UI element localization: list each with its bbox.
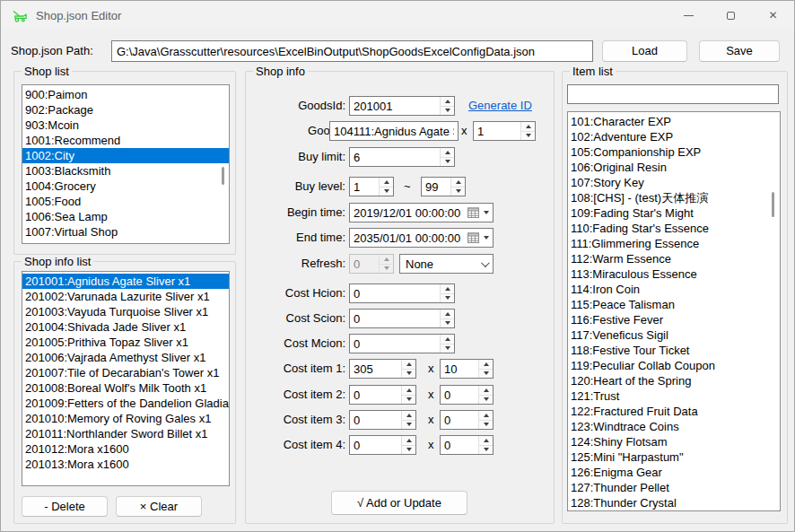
list-item[interactable]: 124:Shiny Flotsam — [568, 434, 780, 449]
cost-item-2-id-spinner[interactable] — [349, 385, 416, 405]
cost-item-1-id-spinner[interactable] — [349, 359, 416, 379]
list-item[interactable]: 900:Paimon — [22, 87, 229, 102]
cost-mcion-input[interactable] — [350, 335, 440, 353]
spin-up-button[interactable] — [451, 178, 465, 187]
generate-id-link[interactable]: Generate ID — [468, 96, 532, 116]
spin-up-button[interactable] — [521, 122, 535, 131]
list-item[interactable]: 127:Thunder Pellet — [568, 480, 780, 495]
cost-item-3-qty-spinner[interactable] — [440, 410, 494, 430]
cost-item-2-qty-spinner[interactable] — [440, 385, 494, 405]
spin-down-button[interactable] — [402, 369, 415, 379]
goods-qty-input[interactable] — [474, 122, 520, 140]
spin-up-button[interactable] — [441, 335, 454, 344]
cost-item-4-id-spinner[interactable] — [349, 435, 416, 455]
goods-input[interactable] — [329, 121, 459, 141]
dropdown-arrow-icon[interactable] — [484, 211, 489, 214]
list-item[interactable]: 201005:Prithiva Topaz Sliver x1 — [22, 335, 229, 350]
cost-item-1-id-input[interactable] — [350, 360, 401, 378]
list-item[interactable]: 105:Companionship EXP — [568, 144, 780, 160]
list-item[interactable]: 1001:Recommend — [22, 133, 229, 148]
list-item[interactable]: 1003:Blacksmith — [22, 163, 229, 179]
load-button[interactable]: Load — [602, 40, 687, 62]
buy-limit-input[interactable] — [350, 148, 440, 166]
list-item[interactable]: 122:Fractured Fruit Data — [568, 404, 780, 419]
spin-down-button[interactable] — [380, 187, 393, 196]
spin-down-button[interactable] — [441, 106, 454, 116]
list-item[interactable]: 1004:Grocery — [22, 179, 229, 194]
spin-down-button[interactable] — [441, 344, 454, 353]
refresh-mode-dropdown[interactable]: None — [399, 254, 494, 274]
list-item[interactable]: 119:Peculiar Collab Coupon — [568, 358, 780, 373]
buy-limit-spinner[interactable] — [349, 147, 455, 167]
list-item[interactable]: 201007:Tile of Decarabian's Tower x1 — [22, 365, 229, 380]
list-item[interactable]: 120:Heart of the Spring — [568, 373, 780, 388]
cost-item-3-id-input[interactable] — [350, 411, 401, 429]
list-item[interactable]: 201009:Fetters of the Dandelion Gladiato… — [22, 396, 229, 411]
spin-up-button[interactable] — [441, 310, 454, 318]
spin-down-button[interactable] — [402, 395, 415, 405]
spin-up-button[interactable] — [479, 360, 493, 369]
list-item[interactable]: 1002:City — [22, 148, 229, 163]
cost-item-1-qty-spinner[interactable] — [440, 359, 494, 379]
list-item[interactable]: 1006:Sea Lamp — [22, 209, 229, 224]
list-item[interactable]: 201002:Varunada Lazurite Sliver x1 — [22, 289, 229, 304]
scrollbar-thumb[interactable] — [772, 192, 774, 217]
path-input[interactable] — [111, 40, 593, 62]
cost-scion-spinner[interactable] — [349, 309, 455, 328]
list-item[interactable]: 201003:Vayuda Turquoise Sliver x1 — [22, 304, 229, 319]
list-item[interactable]: 902:Package — [22, 102, 229, 118]
spin-down-button[interactable] — [402, 420, 415, 430]
cost-item-3-qty-input[interactable] — [441, 411, 478, 429]
end-time-picker[interactable]: 2035/01/01 00:00:00 — [349, 228, 494, 248]
list-item[interactable]: 201012:Mora x1600 — [22, 441, 229, 457]
maximize-button[interactable] — [710, 1, 752, 30]
buy-level-min-input[interactable] — [350, 178, 379, 196]
list-item[interactable]: 114:Iron Coin — [568, 282, 780, 297]
minimize-button[interactable] — [668, 1, 710, 30]
cost-item-3-id-spinner[interactable] — [349, 410, 416, 430]
list-item[interactable]: 126:Enigma Gear — [568, 465, 780, 480]
list-item[interactable]: 201006:Vajrada Amethyst Sliver x1 — [22, 350, 229, 365]
cost-hcion-input[interactable] — [350, 284, 440, 302]
list-item[interactable]: 111:Glimmering Essence — [568, 236, 780, 251]
list-item[interactable]: 106:Original Resin — [568, 160, 780, 175]
list-item[interactable]: 1007:Virtual Shop — [22, 224, 229, 240]
list-item[interactable]: 201011:Northlander Sword Billet x1 — [22, 426, 229, 441]
list-item[interactable]: 1005:Food — [22, 194, 229, 209]
list-item[interactable]: 102:Adventure EXP — [568, 129, 780, 144]
list-item[interactable]: 115:Peace Talisman — [568, 297, 780, 312]
list-item[interactable]: 108:[CHS] - (test)天体推演 — [568, 190, 780, 205]
spin-up-button[interactable] — [479, 436, 493, 445]
buy-level-min-spinner[interactable] — [349, 177, 394, 196]
dropdown-arrow-icon[interactable] — [484, 236, 489, 240]
spin-up-button[interactable] — [441, 148, 454, 157]
list-item[interactable]: 107:Story Key — [568, 175, 780, 190]
list-item[interactable]: 201004:Shivada Jade Sliver x1 — [22, 319, 229, 335]
spin-up-button[interactable] — [441, 284, 454, 293]
spin-up-button[interactable] — [479, 411, 493, 420]
spin-down-button[interactable] — [402, 445, 415, 455]
list-item[interactable]: 121:Trust — [568, 388, 780, 404]
spin-down-button[interactable] — [521, 131, 535, 141]
spin-down-button[interactable] — [479, 420, 493, 430]
spin-down-button[interactable] — [479, 445, 493, 455]
spin-down-button[interactable] — [479, 369, 493, 379]
cost-item-2-id-input[interactable] — [350, 386, 401, 404]
goodsid-input[interactable] — [350, 97, 440, 115]
save-button[interactable]: Save — [699, 40, 780, 62]
goods-qty-spinner[interactable] — [473, 121, 536, 141]
list-item[interactable]: 123:Windtrace Coins — [568, 419, 780, 434]
list-item[interactable]: 201010:Memory of Roving Gales x1 — [22, 411, 229, 426]
cost-item-4-id-input[interactable] — [350, 436, 401, 454]
list-item[interactable]: 101:Character EXP — [568, 114, 780, 129]
begin-time-picker[interactable]: 2019/12/01 00:00:00 — [349, 203, 494, 222]
spin-down-button[interactable] — [441, 293, 454, 303]
list-item[interactable]: 112:Warm Essence — [568, 251, 780, 266]
cost-hcion-spinner[interactable] — [349, 283, 455, 303]
cost-mcion-spinner[interactable] — [349, 334, 455, 353]
spin-down-button[interactable] — [479, 395, 493, 405]
list-item[interactable]: 128:Thunder Crystal — [568, 495, 780, 510]
list-item[interactable]: 125:Mini "Harpastum" — [568, 449, 780, 465]
list-item[interactable]: 109:Fading Star's Might — [568, 205, 780, 221]
item-listbox[interactable]: 101:Character EXP102:Adventure EXP105:Co… — [567, 111, 781, 511]
